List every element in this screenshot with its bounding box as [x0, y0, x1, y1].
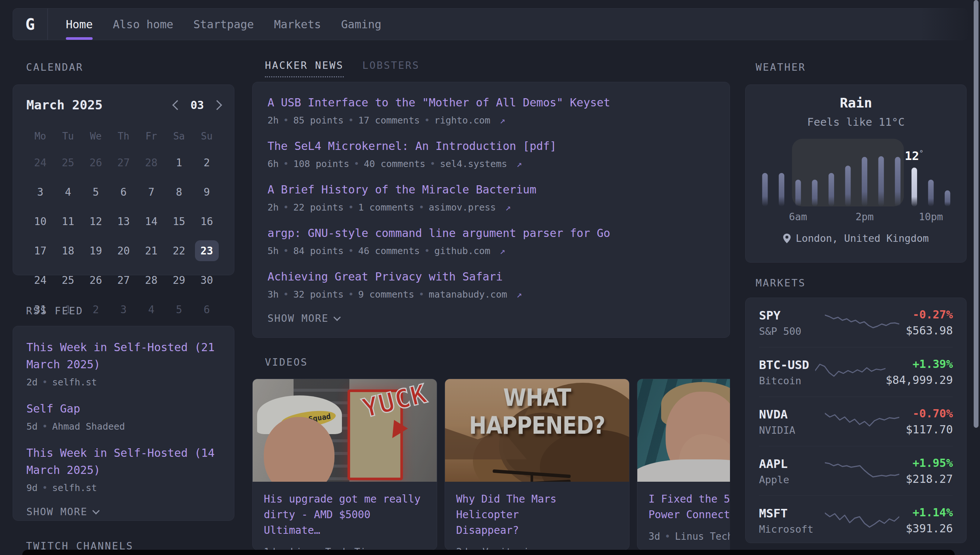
thumbnail-shade: [637, 379, 730, 482]
calendar-weekday-label: We: [82, 129, 110, 144]
rss-item-title[interactable]: This Week in Self-Hosted (21 March 2025): [26, 339, 221, 373]
calendar-day: 21: [137, 240, 165, 261]
news-item-source[interactable]: righto.com ↗: [434, 115, 505, 126]
separator-dot: •: [283, 115, 289, 126]
news-item-source[interactable]: sel4.systems ↗: [440, 159, 522, 169]
nav-item-gaming[interactable]: Gaming: [341, 8, 381, 40]
calendar-day: 27: [110, 152, 138, 173]
nav-item-markets[interactable]: Markets: [274, 8, 321, 40]
market-name: Bitcoin: [759, 375, 815, 387]
calendar-day: 25: [55, 152, 82, 173]
news-item-title[interactable]: A USB Interface to the "Mother of All De…: [268, 95, 715, 111]
nav-item-home[interactable]: Home: [66, 8, 93, 40]
news-item: Achieving Great Privacy with Safari 3h•3…: [268, 269, 715, 300]
market-row-aapl[interactable]: AAPL Apple +1.95% $218.27: [759, 446, 953, 496]
market-row-values: -0.27% $563.98: [906, 308, 953, 337]
app-logo[interactable]: G: [13, 8, 48, 40]
calendar-day: 5: [82, 181, 110, 202]
separator-dot: •: [664, 531, 670, 542]
separator-dot: •: [424, 245, 430, 256]
video-card[interactable]: DOTHT I Fixed the 5090 Power Connector… …: [637, 379, 730, 550]
dashboard-page: G HomeAlso homeStartpageMarketsGaming CA…: [0, 0, 980, 555]
news-show-more-label: SHOW MORE: [268, 313, 329, 324]
separator-dot: •: [42, 483, 48, 493]
chevron-down-icon: [334, 314, 341, 321]
calendar-day: 7: [137, 181, 165, 202]
calendar-day: 26: [82, 152, 110, 173]
page-scrollbar-thumb[interactable]: [974, 0, 978, 428]
calendar-day: 26: [82, 270, 110, 290]
separator-dot: •: [348, 289, 354, 300]
news-item-title[interactable]: Achieving Great Privacy with Safari: [268, 269, 715, 285]
video-thumbnail[interactable]: Geek Squad YUCK: [253, 379, 437, 482]
rss-show-more-button[interactable]: SHOW MORE: [26, 506, 221, 517]
market-row-values: +1.95% $218.27: [906, 456, 953, 486]
rss-item-title[interactable]: Self Gap: [26, 400, 221, 417]
calendar-day: 6: [110, 181, 138, 202]
news-item-meta: 2h•85 points•17 comments•righto.com ↗: [268, 115, 715, 126]
nav-tabs: HomeAlso homeStartpageMarketsGaming: [66, 8, 381, 40]
calendar-month-nav: 03: [174, 99, 221, 112]
market-row-labels: SPY S&P 500: [759, 308, 818, 337]
market-price: $117.70: [906, 423, 953, 436]
market-row-spy[interactable]: SPY S&P 500 -0.27% $563.98: [759, 298, 953, 347]
video-title[interactable]: Why Did The Mars Helicopter Disappear?: [456, 491, 618, 538]
news-item-meta: 6h•108 points•40 comments•sel4.systems ↗: [268, 159, 715, 169]
calendar-day: 11: [55, 211, 82, 232]
news-item-title[interactable]: argp: GNU-style command line argument pa…: [268, 225, 715, 241]
thumbnail-shade: [253, 379, 437, 482]
news-item-source[interactable]: asimov.press ↗: [428, 202, 511, 213]
location-pin-icon: [783, 234, 791, 243]
video-card[interactable]: Geek Squad YUCK His upgrade got me reall…: [252, 379, 437, 550]
tab-hacker-news[interactable]: HACKER NEWS: [265, 59, 344, 77]
market-row-btc-usd[interactable]: BTC-USD Bitcoin +1.39% $84,999.29: [759, 347, 953, 397]
market-change: +1.39%: [885, 358, 953, 371]
news-item-source[interactable]: github.com ↗: [434, 245, 505, 256]
rss-item: This Week in Self-Hosted (21 March 2025)…: [26, 339, 221, 388]
calendar-day: 25: [55, 270, 82, 290]
external-link-icon: ↗: [500, 115, 505, 126]
market-price: $84,999.29: [885, 374, 953, 387]
market-name: NVIDIA: [759, 424, 818, 436]
weather-hour-label: 10pm: [914, 211, 948, 223]
separator-dot: •: [348, 115, 354, 126]
video-meta: 3d•Linus Tech Tips: [648, 531, 730, 542]
market-row-msft[interactable]: MSFT Microsoft +1.14% $391.26: [759, 496, 953, 545]
weather-bar: [845, 165, 851, 207]
news-show-more-button[interactable]: SHOW MORE: [268, 313, 715, 324]
weather-hourly-chart: 12°: [757, 136, 956, 207]
market-row-nvda[interactable]: NVDA NVIDIA -0.70% $117.70: [759, 397, 953, 446]
calendar-prev-icon[interactable]: [172, 100, 182, 110]
news-item-title[interactable]: The SeL4 Microkernel: An Introduction [p…: [268, 138, 715, 154]
tab-lobsters[interactable]: LOBSTERS: [362, 59, 420, 77]
market-name: Microsoft: [759, 523, 818, 535]
rss-item-title[interactable]: This Week in Self-Hosted (14 March 2025): [26, 444, 221, 479]
video-title[interactable]: His upgrade got me really dirty - AMD $5…: [264, 491, 426, 538]
calendar-day: 3: [26, 181, 55, 202]
weather-card: Rain Feels like 11°C 12° 6am2pm10pm Lond…: [745, 85, 967, 263]
separator-dot: •: [283, 289, 289, 300]
nav-item-startpage[interactable]: Startpage: [194, 8, 254, 40]
calendar-day: 29: [165, 270, 193, 290]
calendar-next-icon[interactable]: [212, 100, 222, 110]
news-item: A USB Interface to the "Mother of All De…: [268, 95, 715, 126]
calendar-weekday-label: Tu: [55, 129, 82, 144]
video-thumbnail[interactable]: DOTHT: [637, 379, 730, 482]
calendar-day-today: 23: [193, 240, 221, 261]
video-card[interactable]: WHAT HAPPENED? Why Did The Mars Helicopt…: [444, 379, 630, 550]
market-change: -0.70%: [906, 407, 953, 420]
nav-item-also-home[interactable]: Also home: [113, 8, 173, 40]
weather-location: London, United Kingdom: [757, 233, 955, 244]
weather-hour-labels: 6am2pm10pm: [757, 211, 955, 224]
external-link-icon: ↗: [516, 159, 522, 169]
news-item-meta: 5h•84 points•46 comments•github.com ↗: [268, 245, 715, 256]
separator-dot: •: [430, 159, 435, 169]
video-thumbnail[interactable]: WHAT HAPPENED?: [445, 379, 629, 482]
rss-item-meta: 2d•selfh.st: [26, 377, 221, 388]
news-item-title[interactable]: A Brief History of the Miracle Bacterium: [268, 182, 715, 197]
weather-feels-like: Feels like 11°C: [757, 115, 955, 128]
calendar-day: 24: [26, 152, 55, 173]
news-item-source[interactable]: matanabudy.com ↗: [428, 289, 522, 300]
calendar-day: 20: [110, 240, 138, 261]
video-title[interactable]: I Fixed the 5090 Power Connector…: [648, 491, 730, 523]
